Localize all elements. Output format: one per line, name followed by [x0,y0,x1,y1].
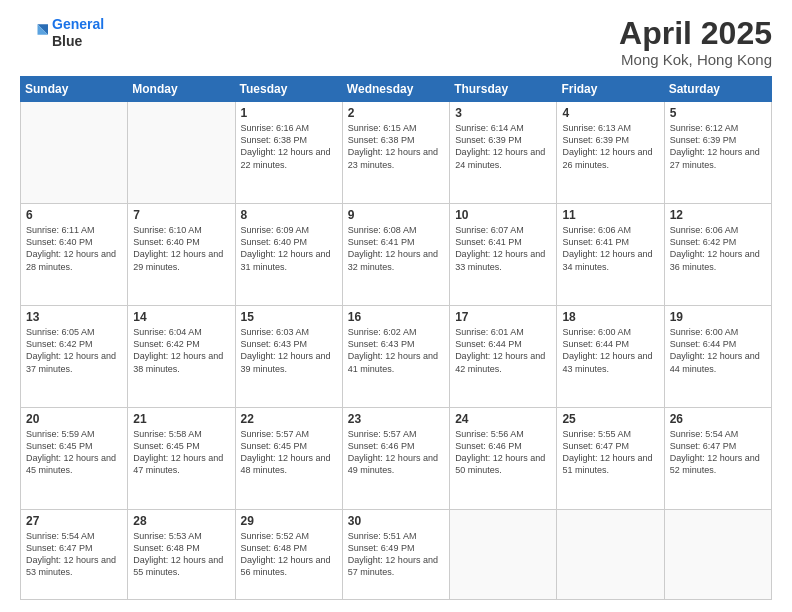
table-row: 29 Sunrise: 5:52 AMSunset: 6:48 PMDaylig… [235,510,342,600]
day-number: 1 [241,106,337,120]
day-number: 17 [455,310,551,324]
table-row [557,510,664,600]
day-number: 13 [26,310,122,324]
day-info: Sunrise: 6:08 AMSunset: 6:41 PMDaylight:… [348,224,444,273]
table-row: 5 Sunrise: 6:12 AMSunset: 6:39 PMDayligh… [664,102,771,204]
table-row: 13 Sunrise: 6:05 AMSunset: 6:42 PMDaylig… [21,306,128,408]
table-row: 22 Sunrise: 5:57 AMSunset: 6:45 PMDaylig… [235,408,342,510]
logo-icon [20,19,48,47]
day-number: 7 [133,208,229,222]
table-row: 19 Sunrise: 6:00 AMSunset: 6:44 PMDaylig… [664,306,771,408]
day-info: Sunrise: 5:52 AMSunset: 6:48 PMDaylight:… [241,530,337,579]
day-number: 4 [562,106,658,120]
col-sunday: Sunday [21,77,128,102]
logo: General Blue [20,16,104,50]
day-info: Sunrise: 6:03 AMSunset: 6:43 PMDaylight:… [241,326,337,375]
day-number: 15 [241,310,337,324]
table-row: 26 Sunrise: 5:54 AMSunset: 6:47 PMDaylig… [664,408,771,510]
day-info: Sunrise: 6:12 AMSunset: 6:39 PMDaylight:… [670,122,766,171]
table-row: 24 Sunrise: 5:56 AMSunset: 6:46 PMDaylig… [450,408,557,510]
table-row: 8 Sunrise: 6:09 AMSunset: 6:40 PMDayligh… [235,204,342,306]
day-info: Sunrise: 5:59 AMSunset: 6:45 PMDaylight:… [26,428,122,477]
day-info: Sunrise: 5:55 AMSunset: 6:47 PMDaylight:… [562,428,658,477]
day-info: Sunrise: 6:05 AMSunset: 6:42 PMDaylight:… [26,326,122,375]
day-info: Sunrise: 6:06 AMSunset: 6:42 PMDaylight:… [670,224,766,273]
table-row [664,510,771,600]
table-row: 4 Sunrise: 6:13 AMSunset: 6:39 PMDayligh… [557,102,664,204]
table-row: 7 Sunrise: 6:10 AMSunset: 6:40 PMDayligh… [128,204,235,306]
day-info: Sunrise: 6:04 AMSunset: 6:42 PMDaylight:… [133,326,229,375]
day-info: Sunrise: 6:09 AMSunset: 6:40 PMDaylight:… [241,224,337,273]
day-number: 20 [26,412,122,426]
day-info: Sunrise: 6:16 AMSunset: 6:38 PMDaylight:… [241,122,337,171]
day-info: Sunrise: 5:57 AMSunset: 6:46 PMDaylight:… [348,428,444,477]
day-info: Sunrise: 5:56 AMSunset: 6:46 PMDaylight:… [455,428,551,477]
day-info: Sunrise: 6:15 AMSunset: 6:38 PMDaylight:… [348,122,444,171]
day-info: Sunrise: 6:00 AMSunset: 6:44 PMDaylight:… [562,326,658,375]
day-number: 30 [348,514,444,528]
day-number: 3 [455,106,551,120]
table-row: 10 Sunrise: 6:07 AMSunset: 6:41 PMDaylig… [450,204,557,306]
day-info: Sunrise: 6:14 AMSunset: 6:39 PMDaylight:… [455,122,551,171]
day-info: Sunrise: 6:07 AMSunset: 6:41 PMDaylight:… [455,224,551,273]
day-number: 11 [562,208,658,222]
table-row: 15 Sunrise: 6:03 AMSunset: 6:43 PMDaylig… [235,306,342,408]
day-number: 21 [133,412,229,426]
col-wednesday: Wednesday [342,77,449,102]
table-row [450,510,557,600]
table-row: 12 Sunrise: 6:06 AMSunset: 6:42 PMDaylig… [664,204,771,306]
table-row: 14 Sunrise: 6:04 AMSunset: 6:42 PMDaylig… [128,306,235,408]
day-info: Sunrise: 6:11 AMSunset: 6:40 PMDaylight:… [26,224,122,273]
subtitle: Mong Kok, Hong Kong [619,51,772,68]
day-number: 27 [26,514,122,528]
col-tuesday: Tuesday [235,77,342,102]
day-number: 26 [670,412,766,426]
col-thursday: Thursday [450,77,557,102]
calendar-header-row: Sunday Monday Tuesday Wednesday Thursday… [21,77,772,102]
day-number: 28 [133,514,229,528]
logo-line1: General [52,16,104,32]
day-number: 18 [562,310,658,324]
table-row [21,102,128,204]
table-row: 9 Sunrise: 6:08 AMSunset: 6:41 PMDayligh… [342,204,449,306]
day-info: Sunrise: 5:54 AMSunset: 6:47 PMDaylight:… [670,428,766,477]
day-info: Sunrise: 5:53 AMSunset: 6:48 PMDaylight:… [133,530,229,579]
col-saturday: Saturday [664,77,771,102]
day-info: Sunrise: 6:02 AMSunset: 6:43 PMDaylight:… [348,326,444,375]
table-row: 20 Sunrise: 5:59 AMSunset: 6:45 PMDaylig… [21,408,128,510]
day-number: 12 [670,208,766,222]
logo-line2: Blue [52,33,104,50]
day-number: 8 [241,208,337,222]
table-row: 30 Sunrise: 5:51 AMSunset: 6:49 PMDaylig… [342,510,449,600]
day-number: 5 [670,106,766,120]
title-block: April 2025 Mong Kok, Hong Kong [619,16,772,68]
day-number: 10 [455,208,551,222]
day-info: Sunrise: 6:01 AMSunset: 6:44 PMDaylight:… [455,326,551,375]
table-row: 23 Sunrise: 5:57 AMSunset: 6:46 PMDaylig… [342,408,449,510]
day-info: Sunrise: 6:10 AMSunset: 6:40 PMDaylight:… [133,224,229,273]
table-row: 28 Sunrise: 5:53 AMSunset: 6:48 PMDaylig… [128,510,235,600]
table-row: 1 Sunrise: 6:16 AMSunset: 6:38 PMDayligh… [235,102,342,204]
table-row: 3 Sunrise: 6:14 AMSunset: 6:39 PMDayligh… [450,102,557,204]
day-number: 9 [348,208,444,222]
page: General Blue April 2025 Mong Kok, Hong K… [0,0,792,612]
col-friday: Friday [557,77,664,102]
table-row: 11 Sunrise: 6:06 AMSunset: 6:41 PMDaylig… [557,204,664,306]
day-number: 6 [26,208,122,222]
logo-text: General Blue [52,16,104,50]
table-row: 2 Sunrise: 6:15 AMSunset: 6:38 PMDayligh… [342,102,449,204]
table-row: 6 Sunrise: 6:11 AMSunset: 6:40 PMDayligh… [21,204,128,306]
table-row: 27 Sunrise: 5:54 AMSunset: 6:47 PMDaylig… [21,510,128,600]
table-row: 18 Sunrise: 6:00 AMSunset: 6:44 PMDaylig… [557,306,664,408]
day-info: Sunrise: 5:58 AMSunset: 6:45 PMDaylight:… [133,428,229,477]
day-info: Sunrise: 6:06 AMSunset: 6:41 PMDaylight:… [562,224,658,273]
day-number: 22 [241,412,337,426]
day-number: 16 [348,310,444,324]
day-number: 2 [348,106,444,120]
day-number: 14 [133,310,229,324]
day-number: 24 [455,412,551,426]
day-info: Sunrise: 6:13 AMSunset: 6:39 PMDaylight:… [562,122,658,171]
day-info: Sunrise: 6:00 AMSunset: 6:44 PMDaylight:… [670,326,766,375]
day-number: 23 [348,412,444,426]
day-info: Sunrise: 5:51 AMSunset: 6:49 PMDaylight:… [348,530,444,579]
